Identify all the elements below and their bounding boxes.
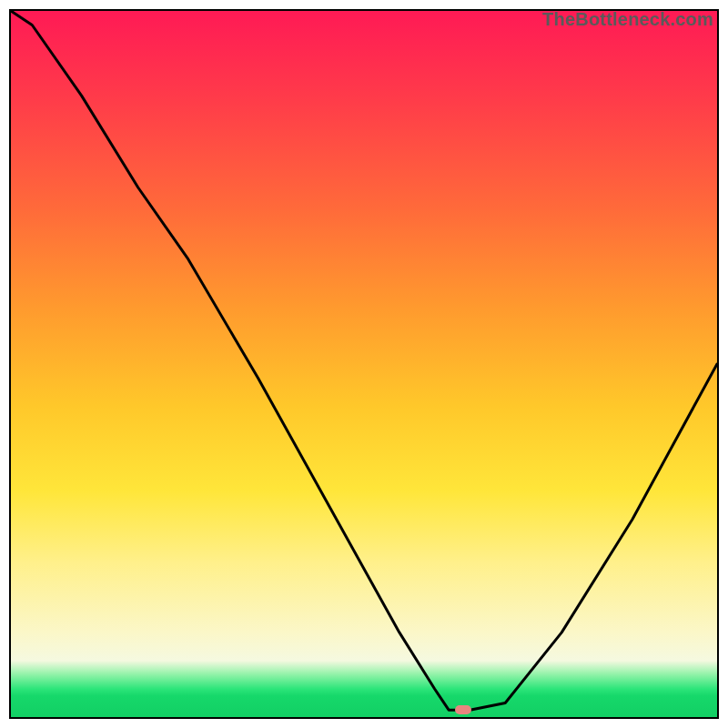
chart-border [9,9,719,719]
optimal-point-marker [455,705,471,714]
chart-frame: TheBottleneck.com [0,0,728,728]
watermark-text: TheBottleneck.com [542,9,713,30]
